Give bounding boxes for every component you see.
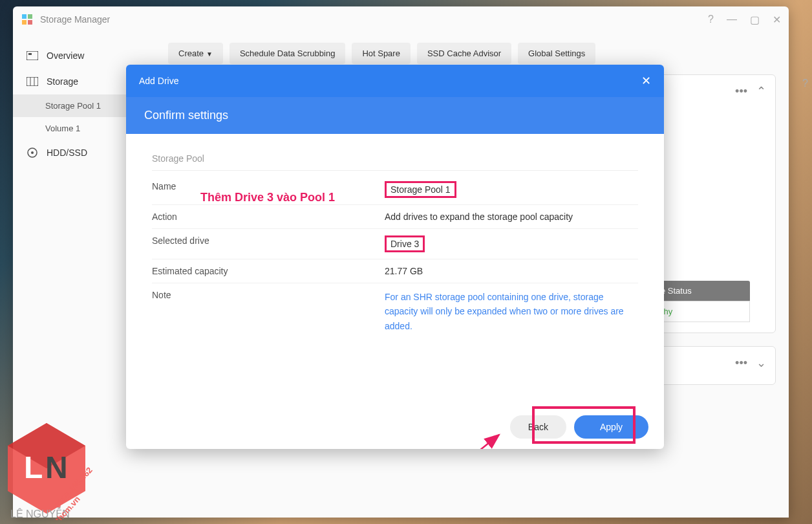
sidebar-item-label: HDD/SSD <box>47 147 87 158</box>
settings-label: Action <box>152 212 385 222</box>
caret-down-icon: ▼ <box>206 50 213 58</box>
ssd-advisor-button[interactable]: SSD Cache Advisor <box>417 43 511 64</box>
svg-text:L: L <box>24 450 43 485</box>
settings-value: 21.77 GB <box>385 266 638 276</box>
collapse-icon[interactable]: ⌃ <box>756 84 766 98</box>
watermark: L N LÊ NGUYỄN 0908.165.362 ithcm.vn <box>1 417 111 523</box>
app-title: Storage Manager <box>40 14 110 25</box>
sidebar-item-label: Storage Pool 1 <box>45 101 101 111</box>
status-box: e Status thy <box>653 281 750 322</box>
more-icon[interactable]: ••• <box>735 85 747 98</box>
sidebar-item-label: Storage <box>47 76 78 87</box>
svg-rect-6 <box>27 77 38 86</box>
minimize-icon[interactable]: — <box>727 14 737 26</box>
svg-rect-4 <box>27 51 38 60</box>
back-button[interactable]: Back <box>510 415 566 439</box>
global-settings-button[interactable]: Global Settings <box>518 43 595 64</box>
svg-rect-2 <box>22 20 27 25</box>
titlebar: Storage Manager ? — ▢ ✕ <box>13 6 789 32</box>
highlight-name: Storage Pool 1 <box>385 181 456 198</box>
svg-text:N: N <box>45 450 68 485</box>
toolbar: Create▼ Schedule Data Scrubbing Hot Spar… <box>168 43 776 64</box>
window-controls: ? — ▢ ✕ <box>708 14 781 26</box>
settings-label: Selected drive <box>152 235 385 252</box>
settings-value: Drive 3 <box>385 235 638 252</box>
help-icon[interactable]: ? <box>708 14 714 26</box>
modal-subheader: Confirm settings <box>126 97 664 134</box>
arrow-annotation <box>444 428 509 449</box>
add-drive-modal: Add Drive ✕ Confirm settings Storage Poo… <box>126 65 664 449</box>
svg-rect-0 <box>22 14 27 19</box>
more-icon[interactable]: ••• <box>735 356 747 370</box>
highlight-drive: Drive 3 <box>385 235 425 252</box>
modal-subtitle: Confirm settings <box>144 109 646 122</box>
settings-label: Estimated capacity <box>152 266 385 276</box>
settings-value: Storage Pool 1 <box>385 181 638 198</box>
settings-row-drive: Selected drive Drive 3 <box>152 229 638 259</box>
modal-body: Storage Pool Name Storage Pool 1 Action … <box>126 134 664 405</box>
hotspare-button[interactable]: Hot Spare <box>352 43 411 64</box>
storage-icon <box>26 75 39 88</box>
close-window-icon[interactable]: ✕ <box>773 14 781 26</box>
overview-icon <box>26 49 39 62</box>
create-button[interactable]: Create▼ <box>168 43 223 64</box>
hdd-icon <box>26 146 39 159</box>
modal-title: Add Drive <box>139 76 178 86</box>
sidebar-item-label: Volume 1 <box>45 124 80 133</box>
close-icon[interactable]: ✕ <box>641 74 651 88</box>
settings-row-capacity: Estimated capacity 21.77 GB <box>152 259 638 283</box>
app-icon <box>21 13 34 26</box>
status-value: thy <box>653 301 750 322</box>
maximize-icon[interactable]: ▢ <box>750 14 760 26</box>
settings-row-note: Note For an SHR storage pool containing … <box>152 283 638 340</box>
svg-rect-5 <box>28 53 32 55</box>
svg-point-10 <box>31 151 34 154</box>
svg-rect-3 <box>28 20 32 25</box>
apply-button[interactable]: Apply <box>574 415 648 439</box>
status-header: e Status <box>653 281 750 301</box>
svg-line-12 <box>451 435 499 449</box>
scrub-button[interactable]: Schedule Data Scrubbing <box>230 43 345 64</box>
external-help-icon[interactable]: ? <box>802 78 808 89</box>
svg-rect-1 <box>28 14 32 19</box>
settings-row-action: Action Add drives to expand the storage … <box>152 205 638 229</box>
settings-label: Note <box>152 290 385 333</box>
button-label: Create <box>178 49 204 58</box>
settings-value: Add drives to expand the storage pool ca… <box>385 212 638 222</box>
settings-value: For an SHR storage pool containing one d… <box>385 290 638 333</box>
modal-header: Add Drive ✕ <box>126 65 664 97</box>
section-label: Storage Pool <box>152 153 638 171</box>
sidebar-item-label: Overview <box>47 50 84 61</box>
expand-icon[interactable]: ⌄ <box>756 356 766 370</box>
annotation-text: Thêm Drive 3 vào Pool 1 <box>200 191 335 204</box>
modal-footer: Back Apply <box>126 405 664 449</box>
